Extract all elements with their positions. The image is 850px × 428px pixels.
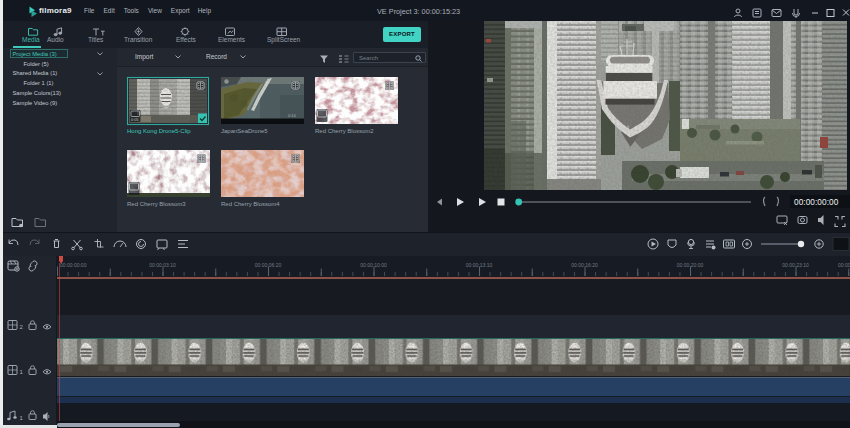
svg-text:0:05: 0:05: [131, 118, 138, 122]
svg-text:00:00:13:10: 00:00:13:10: [466, 262, 493, 268]
svg-text:00:00:16:20: 00:00:16:20: [571, 262, 598, 268]
svg-text:00:00:10:00: 00:00:10:00: [360, 262, 387, 268]
svg-text:00:00:03:10: 00:00:03:10: [149, 262, 176, 268]
svg-text:00:00: 00:00: [838, 262, 850, 268]
svg-text:1: 1: [20, 369, 24, 375]
svg-text:00:00:20:00: 00:00:20:00: [677, 262, 704, 268]
svg-text:0:14: 0:14: [288, 113, 297, 118]
svg-text:00:00:06:20: 00:00:06:20: [255, 262, 282, 268]
svg-text:2: 2: [20, 324, 24, 330]
svg-text:00:00:00:00: 00:00:00:00: [794, 198, 839, 207]
svg-text:00:00:00:00: 00:00:00:00: [60, 262, 87, 268]
svg-text:1: 1: [20, 415, 24, 421]
svg-text:00:00:23:10: 00:00:23:10: [782, 262, 809, 268]
